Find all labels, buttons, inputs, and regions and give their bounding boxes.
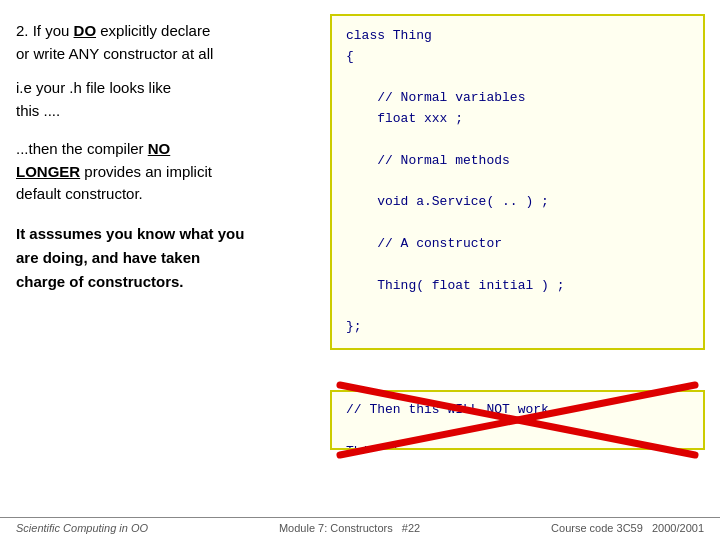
code-text-upper: class Thing { // Normal variables float … [346,26,689,338]
footer-course: Course code 3C59 [551,522,643,534]
footer-right: Course code 3C59 2000/2001 [551,522,704,534]
no-longer-underline: NOLONGER [16,140,170,180]
footer-left: Scientific Computing in OO [16,522,148,534]
footer-module: Module 7: Constructors [279,522,393,534]
text-block-4: It asssumes you know what you are doing,… [16,222,316,294]
code-box-upper: class Thing { // Normal variables float … [330,14,705,350]
do-underline: DO [74,22,97,39]
text-block-3: ...then the compiler NOLONGER provides a… [16,138,316,206]
footer-number: #22 [402,522,420,534]
text-block-1: 2. If you DO explicitly declare or write… [16,20,316,65]
left-panel: 2. If you DO explicitly declare or write… [16,20,316,294]
text-block-2: i.e your .h file looks like this .... [16,77,316,122]
slide-container: 2. If you DO explicitly declare or write… [0,0,720,540]
footer-year: 2000/2001 [652,522,704,534]
code-box-lower: // Then this WILL NOT work Thing t ; [330,390,705,450]
code-text-lower: // Then this WILL NOT work Thing t ; [346,400,689,450]
footer: Scientific Computing in OO Module 7: Con… [0,517,720,534]
footer-center: Module 7: Constructors #22 [279,522,420,534]
